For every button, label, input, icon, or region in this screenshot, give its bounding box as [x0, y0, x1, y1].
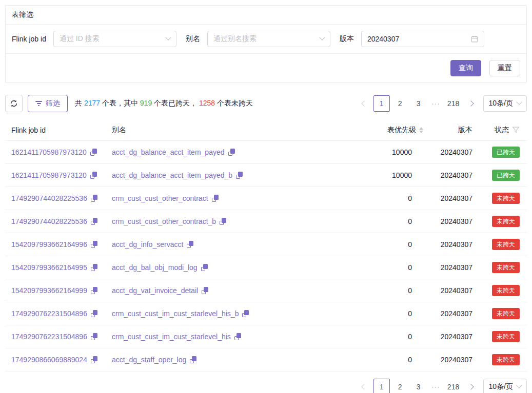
page-size-select[interactable]: 10条/页 — [483, 379, 527, 393]
cell-flink-job-id: 1542097993662164995 — [11, 263, 112, 272]
status-badge: 未跨天 — [492, 285, 520, 296]
filter-panel-title: 表筛选 — [6, 6, 526, 25]
alias-label: 别名 — [186, 34, 200, 44]
cell-alias: acct_dg_staff_oper_log — [112, 356, 364, 364]
flink-job-id-link[interactable]: 1542097993662164999 — [11, 286, 87, 295]
copy-icon[interactable] — [190, 356, 196, 363]
pagination-ellipsis[interactable]: ··· — [429, 383, 443, 391]
copy-icon[interactable] — [91, 310, 97, 317]
version-date-input[interactable]: 20240307 — [361, 31, 484, 47]
reset-button[interactable]: 重置 — [489, 60, 520, 76]
cell-alias: crm_cust_cust_other_contract — [112, 194, 364, 202]
alias-link[interactable]: acct_dg_balance_acct_item_payed — [112, 148, 225, 156]
alias-link[interactable]: acct_dg_staff_oper_log — [112, 356, 186, 364]
alias-link[interactable]: acct_dg_vat_invoice_detail — [112, 286, 198, 295]
pagination-prev[interactable] — [357, 95, 371, 112]
cell-status: 已跨天 — [472, 147, 520, 158]
alias-select[interactable]: 通过别名搜索 — [207, 31, 330, 47]
alias-link[interactable]: crm_cust_cust_im_cust_starlevel_his_b — [112, 309, 239, 318]
copy-icon[interactable] — [236, 172, 243, 179]
flink-job-id-link[interactable]: 1749290762231504896 — [11, 309, 87, 318]
pagination-page-3[interactable]: 3 — [410, 379, 427, 393]
refresh-button[interactable] — [5, 95, 23, 112]
flink-job-id-link[interactable]: 1621411705987973120 — [11, 148, 87, 156]
copy-icon[interactable] — [187, 241, 193, 248]
column-filter-icon[interactable] — [512, 127, 520, 133]
alias-link[interactable]: crm_cust_cust_other_contract — [112, 194, 208, 202]
pagination-page-last[interactable]: 218 — [445, 95, 462, 112]
cell-flink-job-id: 1621411705987973120 — [11, 148, 112, 156]
copy-icon[interactable] — [228, 149, 235, 156]
alias-link[interactable]: crm_cust_cust_other_contract_b — [112, 217, 216, 225]
table-row: 1749290762231504896 crm_cust_cust_im_cus… — [5, 302, 527, 325]
sort-icon[interactable] — [419, 127, 423, 133]
cell-status: 未跨天 — [472, 262, 520, 273]
pagination-page-1[interactable]: 1 — [373, 95, 390, 112]
copy-icon[interactable] — [220, 218, 226, 225]
copy-icon[interactable] — [91, 333, 97, 340]
query-button[interactable]: 查询 — [450, 60, 481, 76]
column-header-priority[interactable]: 表优先级 — [364, 126, 423, 135]
pagination-page-2[interactable]: 2 — [392, 95, 408, 112]
pagination-next[interactable] — [464, 95, 478, 112]
cell-priority: 0 — [364, 286, 423, 295]
alias-link[interactable]: acct_dg_balance_acct_item_payed_b — [112, 171, 232, 179]
pagination-page-last[interactable]: 218 — [445, 379, 462, 393]
cell-priority: 0 — [364, 240, 423, 249]
page-size-select[interactable]: 10条/页 — [483, 95, 527, 112]
cell-priority: 10000 — [364, 148, 423, 156]
copy-icon[interactable] — [91, 287, 97, 294]
pagination-ellipsis[interactable]: ··· — [429, 99, 443, 108]
flink-job-id-link[interactable]: 1621411705987973120 — [11, 171, 87, 179]
copy-icon[interactable] — [91, 264, 97, 271]
flink-job-id-link[interactable]: 1542097993662164995 — [11, 263, 87, 272]
table-row: 1749290762231504896 crm_cust_cust_im_cus… — [5, 325, 527, 348]
copy-icon[interactable] — [202, 287, 208, 294]
pagination-next[interactable] — [464, 379, 478, 393]
cell-alias: acct_dg_vat_invoice_detail — [112, 286, 364, 295]
pagination-page-3[interactable]: 3 — [410, 95, 427, 112]
pagination-page-1[interactable]: 1 — [373, 379, 390, 393]
cell-version: 20240307 — [423, 171, 472, 179]
column-header-version: 版本 — [423, 126, 472, 135]
copy-icon[interactable] — [212, 195, 219, 202]
copy-icon[interactable] — [90, 149, 97, 156]
copy-icon[interactable] — [91, 218, 97, 225]
flink-job-id-link[interactable]: 1542097993662164996 — [11, 240, 87, 249]
page-size-value: 10条/页 — [489, 99, 513, 108]
copy-icon[interactable] — [91, 241, 97, 248]
cell-alias: crm_cust_cust_im_cust_starlevel_his_b — [112, 309, 364, 318]
cell-flink-job-id: 1749290744028225536 — [11, 194, 112, 202]
alias-link[interactable]: crm_cust_cust_im_cust_starlevel_his — [112, 333, 231, 341]
cell-status: 未跨天 — [472, 354, 520, 365]
pagination-page-2[interactable]: 2 — [392, 379, 408, 393]
copy-icon[interactable] — [234, 333, 241, 340]
chevron-right-icon — [468, 100, 474, 106]
copy-icon[interactable] — [201, 264, 208, 271]
cell-version: 20240307 — [423, 286, 472, 295]
alias-link[interactable]: acct_dg_bal_obj_modi_log — [112, 263, 198, 272]
chevron-down-icon — [165, 35, 171, 40]
cell-flink-job-id: 1542097993662164996 — [11, 240, 112, 249]
table-header-row: Flink job id 别名 表优先级 版本 状态 — [5, 119, 527, 141]
alias-link[interactable]: acct_dg_info_servacct — [112, 240, 183, 249]
cell-priority: 0 — [364, 333, 423, 341]
copy-icon[interactable] — [90, 172, 97, 179]
table-row: 1749290744028225536 crm_cust_cust_other_… — [5, 210, 527, 233]
field-alias: 别名 通过别名搜索 — [186, 31, 330, 47]
flink-job-id-link[interactable]: 1749290762231504896 — [11, 333, 87, 341]
flink-job-id-link[interactable]: 1749290744028225536 — [11, 217, 87, 225]
flink-job-id-link[interactable]: 1749290866069889024 — [11, 356, 87, 364]
flink-job-id-link[interactable]: 1749290744028225536 — [11, 194, 87, 202]
cell-alias: acct_dg_balance_acct_item_payed — [112, 148, 364, 156]
status-badge: 未跨天 — [492, 262, 520, 273]
table-row: 1542097993662164999 acct_dg_vat_invoice_… — [5, 279, 527, 302]
cell-version: 20240307 — [423, 194, 472, 202]
pagination-prev[interactable] — [357, 379, 371, 393]
table-row: 1542097993662164996 acct_dg_info_servacc… — [5, 233, 527, 256]
copy-icon[interactable] — [91, 356, 97, 363]
flink-job-id-select[interactable]: 通过 ID 搜索 — [53, 31, 176, 47]
copy-icon[interactable] — [242, 310, 249, 317]
filter-button[interactable]: 筛选 — [28, 95, 68, 112]
copy-icon[interactable] — [91, 195, 97, 202]
